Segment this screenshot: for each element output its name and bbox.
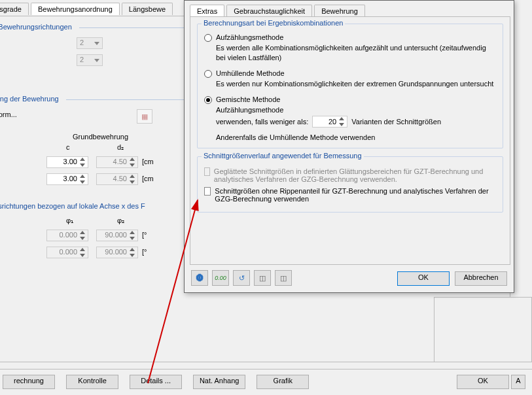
dlg-tab-gebrauchstauglichkeit[interactable]: Gebrauchstauglichkeit: [226, 5, 312, 17]
gemischte-suffix: Varianten der Schnittgrößen: [351, 117, 441, 127]
input-value: 90.000: [105, 248, 127, 256]
input-value: 90.000: [105, 231, 127, 239]
radio-gemischte-label: Gemischte Methode: [216, 95, 280, 103]
dialog-page-extras: Berechnungsart bei Ergebniskombinationen…: [190, 16, 510, 265]
group-title-berechnungsart: Berechnungsart bei Ergebniskombinationen: [202, 19, 345, 27]
group-title-richtungen: nzahl der Bewehrungsrichtungen: [0, 23, 72, 31]
btn-rechnung[interactable]: rechnung: [3, 375, 55, 389]
btn-ok-main[interactable]: OK: [457, 375, 509, 389]
dialog-toolbar: ⓿ 0.00 ↺ ◫ ◫: [191, 270, 292, 286]
group-title-deckung: etondeckung der Bewehrung: [0, 95, 59, 103]
input-unten-d2[interactable]: 4.50: [96, 173, 138, 185]
tool-help[interactable]: ⓿: [191, 270, 208, 286]
chk-geglaettete-label: Geglättete Schnittgrößen in definierten …: [214, 167, 496, 183]
btn-nat-anhang[interactable]: Nat. Anhang: [193, 375, 245, 389]
input-value: 4.50: [113, 158, 127, 165]
input-value: 20: [328, 118, 336, 126]
btn-kontrolle[interactable]: Kontrolle: [66, 375, 118, 389]
btn-a[interactable]: A: [511, 375, 525, 389]
radio-gemischte[interactable]: [204, 96, 212, 104]
reset-icon: ↺: [239, 274, 245, 283]
dlg-tab-bewehrung[interactable]: Bewehrung: [314, 5, 365, 17]
tool-options2[interactable]: ◫: [275, 270, 292, 286]
input-varianten[interactable]: 20: [312, 116, 347, 128]
units-icon: 0.00: [215, 275, 226, 281]
radio-umhuellende[interactable]: [204, 70, 212, 78]
tool-units[interactable]: 0.00: [212, 270, 229, 286]
input-unten-phi1[interactable]: 0.000: [46, 247, 88, 258]
gemischte-line1a: Aufzählungsmethode: [216, 105, 496, 115]
chk-geglaettete: [204, 167, 210, 176]
radio-umhuellende-desc: Es werden nur Kombinationsmöglichkeiten …: [216, 79, 496, 89]
radio-aufzaehlung-desc: Es werden alle Kombinationsmöglichkeiten…: [216, 43, 496, 63]
help-icon: ⓿: [196, 274, 204, 282]
tab-laengsbewehrung[interactable]: Längsbewe: [122, 3, 173, 15]
combo-unten-z[interactable]: 2: [77, 54, 103, 66]
header-grundbewehrung: Grundbewehrung: [73, 133, 128, 141]
layers-icon-button[interactable]: ▦: [137, 109, 152, 124]
group-title-richtungen2: ewehrungsrichtungen bezogen auf lokale A…: [0, 202, 145, 210]
chk-ohne-rippen-label: Schnittgrößen ohne Rippenanteil für GZT-…: [215, 187, 496, 203]
dialog-tabstrip: Extras Gebrauchstauglichkeit Bewehrung: [190, 5, 365, 17]
input-oben-phi1[interactable]: 0.000: [46, 230, 88, 241]
tab-bewehrungsanordnung[interactable]: Bewehrungsanordnung: [31, 3, 120, 15]
group-berechnungsart: Berechnungsart bei Ergebniskombinationen…: [197, 24, 503, 148]
gemischte-block: Aufzählungsmethode verwenden, falls weni…: [216, 105, 496, 143]
tool-options1[interactable]: ◫: [254, 270, 271, 286]
group-schnittgroessenverlauf: Schnittgrößenverlauf angewendet für Beme…: [197, 156, 503, 213]
radio-umhuellende-label: Umhüllende Methode: [216, 69, 285, 77]
divider: [66, 99, 197, 100]
chk-nach-norm-label: Nach Norm...: [0, 111, 17, 118]
input-unten-phi2[interactable]: 90.000: [96, 247, 138, 258]
combo-oben-z[interactable]: 2: [77, 37, 103, 49]
input-oben-phi2[interactable]: 90.000: [96, 230, 138, 241]
dlg-ok[interactable]: OK: [397, 271, 450, 286]
main-window: ewehrungsgrade Bewehrungsanordnung Längs…: [0, 0, 532, 395]
input-value: 4.50: [113, 175, 127, 182]
dlg-cancel[interactable]: Abbrechen: [455, 271, 507, 286]
input-oben-d2[interactable]: 4.50: [96, 156, 138, 168]
bottom-bar: rechnung Kontrolle Details ... Nat. Anha…: [0, 369, 532, 395]
gemischte-line1b: verwenden, falls weniger als:: [216, 117, 308, 127]
input-value: 0.000: [59, 231, 77, 239]
col-phi1: φ₁: [66, 216, 73, 225]
gemischte-line2: Anderenfalls die Umhüllende Methode verw…: [216, 133, 496, 143]
col-c: c: [66, 143, 70, 151]
unit-deg: [°: [142, 231, 147, 239]
btn-details[interactable]: Details ...: [130, 375, 182, 389]
right-panel: [434, 297, 532, 362]
input-oben-c[interactable]: 3.00: [46, 156, 88, 168]
input-value: 3.00: [63, 158, 77, 165]
group-title-schnittgroessen: Schnittgrößenverlauf angewendet für Beme…: [202, 152, 364, 160]
dialog-buttons: OK Abbrechen: [397, 271, 507, 286]
tab-bewehrungsgrade[interactable]: ewehrungsgrade: [0, 3, 29, 15]
input-unten-c[interactable]: 3.00: [46, 173, 88, 185]
tool-reset[interactable]: ↺: [233, 270, 250, 286]
main-tabstrip: ewehrungsgrade Bewehrungsanordnung Längs…: [0, 3, 173, 15]
chk-ohne-rippen[interactable]: [204, 187, 211, 196]
unit-cm: [cm: [142, 175, 154, 182]
btn-grafik[interactable]: Grafik: [257, 375, 309, 389]
input-value: 0.000: [59, 248, 77, 256]
unit-cm: [cm: [142, 158, 154, 165]
col-d2: d₂: [117, 143, 124, 152]
layers-icon: ▦: [141, 112, 148, 121]
dialog-settings: Extras Gebrauchstauglichkeit Bewehrung B…: [184, 0, 514, 293]
options1-icon: ◫: [259, 274, 266, 283]
unit-deg: [°: [142, 248, 147, 256]
dlg-tab-extras[interactable]: Extras: [190, 5, 224, 17]
col-phi2: φ₂: [117, 216, 124, 225]
radio-aufzaehlung[interactable]: [204, 34, 212, 42]
radio-aufzaehlung-label: Aufzählungsmethode: [216, 33, 283, 41]
input-value: 3.00: [63, 175, 77, 182]
options2-icon: ◫: [280, 274, 287, 283]
